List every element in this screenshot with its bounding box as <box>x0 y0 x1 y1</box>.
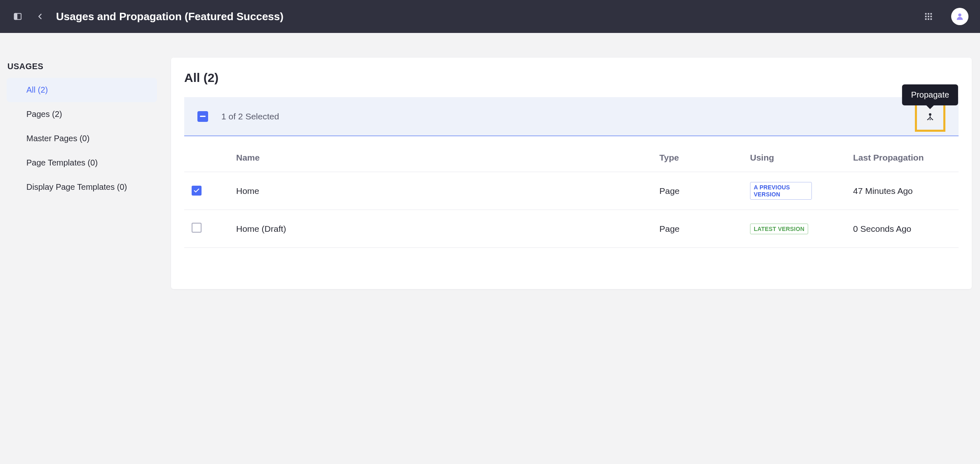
col-using: Using <box>750 153 853 163</box>
sidebar-item-all[interactable]: All (2) <box>7 78 157 102</box>
usages-table: Name Type Using Last Propagation Home <box>184 153 959 248</box>
svg-rect-6 <box>928 16 929 17</box>
sidebar-heading: USAGES <box>7 62 157 71</box>
svg-point-12 <box>929 113 931 116</box>
col-type: Type <box>659 153 750 163</box>
cell-last-propagation: 0 Seconds Ago <box>853 224 956 234</box>
checkmark-icon <box>193 187 200 194</box>
card-title: All (2) <box>184 71 959 85</box>
sidebar-item-label: Page Templates (0) <box>26 158 98 167</box>
svg-rect-1 <box>14 14 17 20</box>
svg-rect-9 <box>928 19 929 20</box>
svg-rect-2 <box>925 13 927 15</box>
col-last-propagation: Last Propagation <box>853 153 956 163</box>
svg-rect-4 <box>931 13 932 15</box>
sidebar-item-pages[interactable]: Pages (2) <box>7 102 157 126</box>
sidebar-item-master-pages[interactable]: Master Pages (0) <box>7 126 157 151</box>
panel-toggle-icon[interactable] <box>12 10 24 23</box>
col-name: Name <box>236 153 659 163</box>
using-badge: A PREVIOUS VERSION <box>750 182 812 199</box>
using-badge: LATEST VERSION <box>750 224 808 234</box>
svg-rect-7 <box>931 16 932 17</box>
row-checkbox[interactable] <box>192 223 202 233</box>
sidebar-item-label: All (2) <box>26 85 48 94</box>
select-all-checkbox[interactable] <box>197 111 208 122</box>
sidebar-item-label: Pages (2) <box>26 110 62 119</box>
card: All (2) 1 of 2 Selected Propagate <box>171 58 972 289</box>
cell-type: Page <box>659 186 750 196</box>
top-bar: Usages and Propagation (Featured Success… <box>0 0 980 33</box>
selection-bar: 1 of 2 Selected Propagate <box>184 97 959 136</box>
back-button[interactable] <box>34 10 46 23</box>
cell-type: Page <box>659 224 750 234</box>
selection-count: 1 of 2 Selected <box>221 112 279 121</box>
user-avatar-button[interactable] <box>951 8 968 25</box>
table-header: Name Type Using Last Propagation <box>184 153 959 172</box>
propagate-icon <box>925 112 935 121</box>
sidebar: USAGES All (2) Pages (2) Master Pages (0… <box>0 33 163 301</box>
cell-name: Home (Draft) <box>236 224 659 234</box>
sidebar-item-label: Master Pages (0) <box>26 134 89 143</box>
row-checkbox[interactable] <box>192 186 202 196</box>
cell-last-propagation: 47 Minutes Ago <box>853 186 956 196</box>
indeterminate-icon <box>200 116 206 117</box>
svg-rect-5 <box>925 16 927 17</box>
svg-rect-3 <box>928 13 929 15</box>
svg-rect-8 <box>925 19 927 20</box>
propagate-tooltip: Propagate <box>902 84 958 105</box>
table-row[interactable]: Home Page A PREVIOUS VERSION 47 Minutes … <box>184 172 959 210</box>
page-title: Usages and Propagation (Featured Success… <box>56 10 912 23</box>
apps-icon[interactable] <box>922 10 935 23</box>
propagate-button[interactable] <box>920 107 940 126</box>
table-row[interactable]: Home (Draft) Page LATEST VERSION 0 Secon… <box>184 210 959 248</box>
sidebar-item-page-templates[interactable]: Page Templates (0) <box>7 151 157 175</box>
sidebar-item-display-page-templates[interactable]: Display Page Templates (0) <box>7 175 157 199</box>
cell-name: Home <box>236 186 659 196</box>
svg-rect-10 <box>931 19 932 20</box>
propagate-highlight: Propagate <box>915 101 945 132</box>
svg-point-11 <box>958 14 961 16</box>
main-content: All (2) 1 of 2 Selected Propagate <box>163 33 980 301</box>
sidebar-item-label: Display Page Templates (0) <box>26 182 127 191</box>
